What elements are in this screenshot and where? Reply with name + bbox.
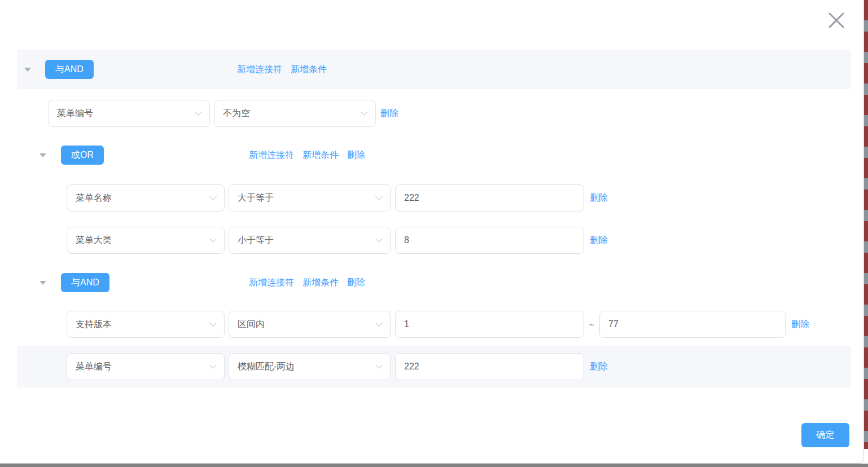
value-input[interactable] — [395, 353, 584, 380]
chevron-down-icon — [375, 193, 383, 200]
operator-select-value: 大于等于 — [238, 192, 274, 204]
condition-row: 菜单编号 模糊匹配-两边 删除 — [17, 346, 851, 387]
value-input[interactable] — [395, 184, 584, 212]
operator-select-value: 小于等于 — [238, 235, 274, 246]
window-background-right-edge — [864, 0, 868, 449]
field-select[interactable]: 菜单编号 — [67, 353, 225, 380]
field-select-value: 菜单名称 — [76, 192, 112, 204]
operator-select[interactable]: 大于等于 — [229, 184, 391, 212]
chevron-down-icon — [209, 193, 217, 200]
add-connector-link[interactable]: 新增连接符 — [237, 64, 282, 76]
chevron-down-icon — [195, 108, 202, 116]
delete-link[interactable]: 删除 — [791, 319, 809, 331]
field-select-value: 菜单编号 — [76, 361, 112, 373]
operator-select[interactable]: 不为空 — [214, 100, 376, 127]
connector-row-root: 与AND 新增连接符 新增条件 — [17, 50, 851, 89]
confirm-button[interactable]: 确定 — [801, 423, 849, 447]
filter-builder-dialog: 与AND 新增连接符 新增条件 菜单编号 不为空 删除 或OR 新增连接符 新增… — [0, 0, 864, 464]
add-connector-link[interactable]: 新增连接符 — [249, 277, 294, 289]
value-input[interactable] — [395, 227, 584, 254]
chevron-down-icon — [375, 235, 383, 243]
add-connector-link[interactable]: 新增连接符 — [249, 149, 294, 161]
chevron-down-icon — [375, 319, 383, 327]
caret-down-icon[interactable] — [40, 281, 46, 285]
operator-select[interactable]: 区间内 — [229, 311, 391, 338]
condition-row: 菜单大类 小于等于 删除 — [17, 227, 851, 254]
operator-select[interactable]: 小于等于 — [229, 227, 391, 254]
connector-actions: 新增连接符 新增条件 删除 — [249, 149, 365, 161]
connector-row-and: 与AND 新增连接符 新增条件 删除 — [17, 263, 851, 302]
chevron-down-icon — [375, 362, 383, 369]
add-condition-link[interactable]: 新增条件 — [291, 64, 327, 76]
close-icon — [825, 9, 848, 32]
field-select[interactable]: 菜单大类 — [67, 227, 225, 254]
field-select[interactable]: 菜单编号 — [48, 100, 210, 127]
connector-tag-and[interactable]: 与AND — [45, 60, 94, 79]
field-select[interactable]: 菜单名称 — [67, 184, 225, 212]
operator-select[interactable]: 模糊匹配-两边 — [229, 353, 391, 380]
close-button[interactable] — [825, 9, 848, 32]
operator-select-value: 模糊匹配-两边 — [238, 361, 295, 373]
caret-down-icon[interactable] — [24, 68, 31, 72]
window-background-bottom-edge — [0, 464, 868, 467]
chevron-down-icon — [361, 108, 368, 116]
add-condition-link[interactable]: 新增条件 — [303, 277, 339, 289]
chevron-down-icon — [209, 235, 217, 243]
field-select[interactable]: 支持版本 — [67, 311, 225, 338]
range-separator: ~ — [584, 320, 599, 329]
connector-row-or: 或OR 新增连接符 新增条件 删除 — [17, 135, 851, 175]
condition-row: 菜单名称 大于等于 删除 — [17, 184, 851, 212]
delete-link[interactable]: 删除 — [347, 149, 365, 161]
condition-row-range: 支持版本 区间内 ~ 删除 — [17, 311, 851, 338]
field-select-value: 菜单编号 — [57, 108, 93, 120]
field-select-value: 菜单大类 — [76, 235, 112, 246]
delete-link[interactable]: 删除 — [590, 192, 608, 204]
delete-link[interactable]: 删除 — [380, 108, 398, 120]
chevron-down-icon — [209, 362, 217, 369]
range-max-input[interactable] — [599, 311, 786, 338]
chevron-down-icon — [209, 319, 217, 327]
field-select-value: 支持版本 — [76, 319, 112, 331]
condition-row: 菜单编号 不为空 删除 — [17, 100, 851, 127]
operator-select-value: 不为空 — [223, 108, 250, 120]
operator-select-value: 区间内 — [238, 319, 265, 331]
connector-tag-or[interactable]: 或OR — [61, 146, 104, 165]
caret-down-icon[interactable] — [40, 153, 46, 157]
delete-link[interactable]: 删除 — [590, 361, 608, 373]
add-condition-link[interactable]: 新增条件 — [303, 149, 339, 161]
connector-actions: 新增连接符 新增条件 — [237, 64, 327, 76]
connector-tag-and[interactable]: 与AND — [61, 273, 109, 292]
delete-link[interactable]: 删除 — [347, 277, 365, 289]
connector-actions: 新增连接符 新增条件 删除 — [249, 277, 365, 289]
delete-link[interactable]: 删除 — [590, 235, 608, 246]
range-min-input[interactable] — [395, 311, 584, 338]
